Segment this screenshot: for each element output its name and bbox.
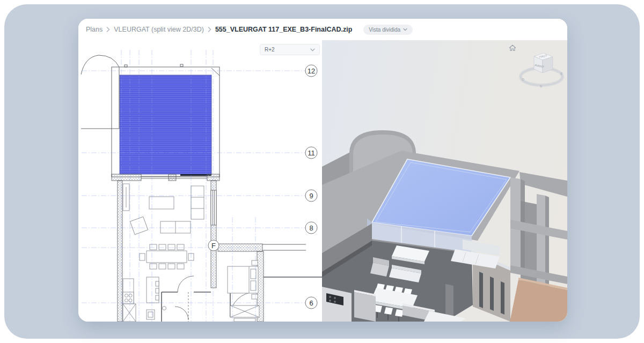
grid-bubble-9: 9 (305, 190, 317, 202)
grid-bubble-F: F (208, 240, 219, 251)
svg-text:12: 12 (308, 67, 315, 75)
split-view-content: 12 11 9 8 6 F R+2 (78, 40, 567, 322)
cube-faces: HAUT AVANT (534, 53, 553, 73)
home-icon (508, 44, 517, 52)
svg-text:8: 8 (309, 224, 313, 232)
split-view-button-label: Vista dividida (369, 27, 400, 33)
model-3d-panel[interactable]: O S E HAUT AVANT (322, 40, 567, 322)
grid-bubble-6: 6 (305, 297, 317, 309)
svg-text:6: 6 (309, 299, 313, 307)
level-selector-value: R+2 (265, 47, 275, 53)
compass-south-label: S (540, 85, 542, 88)
breadcrumb: Plans VLEURGAT (split view 2D/3D) 555_VL… (86, 25, 413, 35)
terrace-highlight[interactable] (120, 75, 211, 175)
view-cube[interactable]: O S E HAUT AVANT (518, 51, 564, 88)
viewer-window: Plans VLEURGAT (split view 2D/3D) 555_VL… (78, 19, 567, 322)
level-selector[interactable]: R+2 (260, 44, 320, 55)
breadcrumb-plans[interactable]: Plans (86, 26, 103, 33)
grid-bubble-8: 8 (305, 222, 317, 234)
plan-hatched-walls (112, 174, 264, 322)
svg-text:F: F (211, 242, 216, 250)
grid-bubble-11: 11 (305, 147, 317, 159)
chevron-down-icon (403, 28, 407, 31)
breadcrumb-chevron-icon (106, 27, 110, 32)
home-view-button[interactable] (506, 41, 519, 54)
svg-text:9: 9 (309, 192, 313, 200)
chevron-down-icon (310, 48, 315, 51)
floor-plan-canvas[interactable]: 12 11 9 8 6 F (78, 40, 322, 322)
header: Plans VLEURGAT (split view 2D/3D) 555_VL… (78, 19, 567, 40)
grid-bubble-12: 12 (305, 65, 317, 77)
breadcrumb-chevron-icon (208, 27, 211, 32)
breadcrumb-file: 555_VLEURGAT 117_EXE_B3-FinalCAD.zip (215, 26, 352, 33)
svg-text:11: 11 (308, 149, 315, 157)
split-view-button[interactable]: Vista dividida (363, 25, 413, 35)
plan-2d-panel[interactable]: 12 11 9 8 6 F R+2 (78, 40, 322, 322)
breadcrumb-project[interactable]: VLEURGAT (split view 2D/3D) (114, 26, 204, 33)
